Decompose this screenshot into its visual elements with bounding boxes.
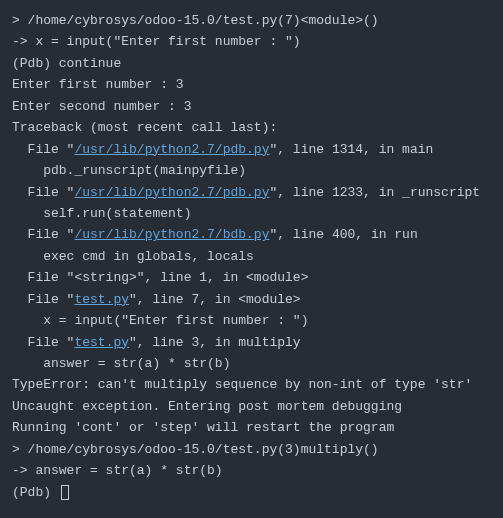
terminal-text: ", line 400, in run	[269, 227, 417, 242]
cursor-icon	[61, 485, 69, 500]
terminal-text: > /home/cybrosys/odoo-15.0/test.py(7)<mo…	[12, 13, 379, 28]
file-path-link[interactable]: test.py	[74, 335, 129, 350]
terminal-text: ", line 1233, in _runscript	[269, 185, 480, 200]
terminal-line: (Pdb)	[12, 482, 491, 503]
terminal-line: pdb._runscript(mainpyfile)	[12, 160, 491, 181]
terminal-text: x = input("Enter first number : ")	[12, 313, 308, 328]
terminal-line: File "test.py", line 7, in <module>	[12, 289, 491, 310]
terminal-text: Traceback (most recent call last):	[12, 120, 277, 135]
terminal-text: ", line 7, in <module>	[129, 292, 301, 307]
terminal-text: Uncaught exception. Entering post mortem…	[12, 399, 402, 414]
terminal-line: TypeError: can't multiply sequence by no…	[12, 374, 491, 395]
terminal-text: pdb._runscript(mainpyfile)	[12, 163, 246, 178]
terminal-text: answer = str(a) * str(b)	[12, 356, 230, 371]
file-path-link[interactable]: test.py	[74, 292, 129, 307]
terminal-text: ", line 3, in multiply	[129, 335, 301, 350]
terminal-text: File "<string>", line 1, in <module>	[12, 270, 308, 285]
terminal-line: File "/usr/lib/python2.7/pdb.py", line 1…	[12, 139, 491, 160]
terminal-line: -> answer = str(a) * str(b)	[12, 460, 491, 481]
terminal-line: > /home/cybrosys/odoo-15.0/test.py(3)mul…	[12, 439, 491, 460]
terminal-text: Enter second number : 3	[12, 99, 191, 114]
terminal-line: File "/usr/lib/python2.7/bdb.py", line 4…	[12, 224, 491, 245]
terminal-text: File "	[12, 142, 74, 157]
terminal-text: Enter first number : 3	[12, 77, 184, 92]
terminal-line: Running 'cont' or 'step' will restart th…	[12, 417, 491, 438]
terminal-text: File "	[12, 227, 74, 242]
terminal-line: File "<string>", line 1, in <module>	[12, 267, 491, 288]
terminal-text: File "	[12, 292, 74, 307]
terminal-text: self.run(statement)	[12, 206, 191, 221]
terminal-line: self.run(statement)	[12, 203, 491, 224]
file-path-link[interactable]: /usr/lib/python2.7/pdb.py	[74, 185, 269, 200]
terminal-line: Enter first number : 3	[12, 74, 491, 95]
terminal-output[interactable]: > /home/cybrosys/odoo-15.0/test.py(7)<mo…	[12, 10, 491, 503]
terminal-line: answer = str(a) * str(b)	[12, 353, 491, 374]
terminal-text: ", line 1314, in main	[269, 142, 433, 157]
terminal-line: Traceback (most recent call last):	[12, 117, 491, 138]
terminal-text: > /home/cybrosys/odoo-15.0/test.py(3)mul…	[12, 442, 379, 457]
terminal-text: -> answer = str(a) * str(b)	[12, 463, 223, 478]
terminal-text: TypeError: can't multiply sequence by no…	[12, 377, 472, 392]
terminal-line: Uncaught exception. Entering post mortem…	[12, 396, 491, 417]
file-path-link[interactable]: /usr/lib/python2.7/pdb.py	[74, 142, 269, 157]
terminal-text: Running 'cont' or 'step' will restart th…	[12, 420, 394, 435]
terminal-line: -> x = input("Enter first number : ")	[12, 31, 491, 52]
terminal-line: > /home/cybrosys/odoo-15.0/test.py(7)<mo…	[12, 10, 491, 31]
terminal-line: Enter second number : 3	[12, 96, 491, 117]
terminal-line: x = input("Enter first number : ")	[12, 310, 491, 331]
terminal-line: exec cmd in globals, locals	[12, 246, 491, 267]
terminal-text: (Pdb) continue	[12, 56, 121, 71]
terminal-line: (Pdb) continue	[12, 53, 491, 74]
terminal-text: exec cmd in globals, locals	[12, 249, 254, 264]
file-path-link[interactable]: /usr/lib/python2.7/bdb.py	[74, 227, 269, 242]
terminal-text: -> x = input("Enter first number : ")	[12, 34, 301, 49]
terminal-text: File "	[12, 185, 74, 200]
terminal-text: (Pdb)	[12, 485, 59, 500]
terminal-line: File "test.py", line 3, in multiply	[12, 332, 491, 353]
terminal-text: File "	[12, 335, 74, 350]
terminal-line: File "/usr/lib/python2.7/pdb.py", line 1…	[12, 182, 491, 203]
